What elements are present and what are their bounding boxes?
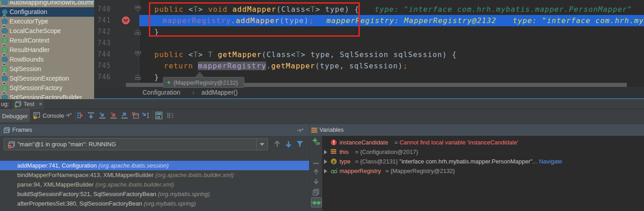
step-over-icon[interactable] <box>87 111 95 120</box>
class-list-item[interactable]: SqlSessionFactory <box>0 83 94 93</box>
step-out-icon[interactable] <box>120 111 129 120</box>
class-list-popup[interactable]: AutoMappingUnknownColumnBehConfiguration… <box>0 0 94 99</box>
drop-frame-icon[interactable] <box>131 111 139 120</box>
expand-arrow-icon[interactable] <box>324 150 327 154</box>
debug-session-tab[interactable]: Test × <box>13 99 44 109</box>
remove-watch-icon[interactable] <box>312 159 320 167</box>
list-item[interactable]: instanceCandidate = Cannot find local va… <box>322 138 644 147</box>
class-list-item[interactable]: RowBounds <box>0 55 94 64</box>
list-item[interactable]: mapperRegistry = {MapperRegistry@2132} <box>322 166 644 176</box>
variable-name[interactable]: mapperRegistry <box>339 166 381 176</box>
variable-name[interactable]: type <box>339 157 351 166</box>
tab-console[interactable]: Console <box>30 109 75 122</box>
breadcrumb-class[interactable]: Configuration <box>143 87 180 98</box>
line-number[interactable]: 744 <box>97 49 115 60</box>
fold-marker-icon[interactable] <box>134 5 141 12</box>
variables-panel-title: Variables <box>320 126 343 133</box>
line-number[interactable]: 741 <box>97 15 115 26</box>
fold-marker-icon[interactable] <box>134 51 141 57</box>
inline-debug-hint: type: "interface com.hrh.mybatis.mapper.… <box>375 4 632 15</box>
breakpoint-hit-icon[interactable] <box>122 16 130 24</box>
frame-down-icon[interactable] <box>285 140 292 148</box>
frame-method[interactable]: buildSqlSessionFactory:521, SqlSessionFa… <box>17 191 158 197</box>
frame-method[interactable]: afterPropertiesSet:380, SqlSessionFactor… <box>17 200 144 207</box>
tab-debugger[interactable]: Debugger <box>0 109 30 122</box>
table-row[interactable]: buildSqlSessionFactory:521, SqlSessionFa… <box>0 189 309 199</box>
move-up-icon[interactable] <box>312 168 320 176</box>
class-list-item-label[interactable]: SqlSessionException <box>10 74 69 83</box>
class-list-item-label[interactable]: Configuration <box>10 7 47 17</box>
expand-arrow-icon[interactable] <box>324 159 327 164</box>
close-icon[interactable]: × <box>39 101 43 107</box>
hide-frames-icon[interactable] <box>297 128 304 133</box>
class-list-item[interactable]: ResultHandler <box>0 45 94 55</box>
class-list-item[interactable]: SqlSessionException <box>0 74 94 83</box>
add-watch-icon[interactable] <box>312 138 320 145</box>
line-number[interactable]: 740 <box>97 4 115 15</box>
jump-to-console-icon[interactable] <box>65 112 72 118</box>
value-tooltip[interactable]: +{MapperRegistry@2132} <box>163 77 244 88</box>
table-row[interactable]: addMapper:741, Configuration (org.apache… <box>0 161 309 170</box>
window-title-fragment: ug: <box>1 101 9 107</box>
class-list-item[interactable]: AutoMappingUnknownColumnBeh <box>0 0 94 7</box>
frame-method[interactable]: parse:94, XMLMapperBuilder <box>17 181 95 188</box>
class-list-item-label[interactable]: RowBounds <box>10 55 44 64</box>
debugger-tab-bar: Debugger Console <box>0 109 644 122</box>
class-list-item[interactable]: ExecutorType <box>0 17 94 26</box>
list-item[interactable]: ptype = {Class@2131} "interface com.hrh.… <box>322 157 644 166</box>
class-list-item[interactable]: SqlSessionFactoryBuilder <box>0 93 94 99</box>
breadcrumb[interactable]: Configuration › addMapper() <box>0 87 644 98</box>
editor-gutter[interactable]: 740741742743744745746 <box>94 0 139 87</box>
class-list-item[interactable]: Configuration <box>0 7 94 17</box>
class-list-item[interactable]: SqlSession <box>0 64 94 74</box>
debug-session-tab-label[interactable]: Test <box>24 101 34 107</box>
frame-method[interactable]: bindMapperForNamespace:413, XMLMapperBui… <box>17 172 155 178</box>
class-list-item-label[interactable]: ExecutorType <box>10 17 48 26</box>
navigate-link[interactable]: Navigate <box>539 158 562 165</box>
class-list-item-label[interactable]: SqlSession <box>10 64 41 74</box>
thread-selector[interactable]: "main"@1 in group "main": RUNNING <box>4 138 268 150</box>
class-list-item[interactable]: LocalCacheScope <box>0 26 94 36</box>
fold-marker-icon[interactable] <box>134 74 141 80</box>
frame-method[interactable]: addMapper:741, Configuration <box>17 162 98 169</box>
class-list-item-label[interactable]: LocalCacheScope <box>10 26 61 36</box>
line-number[interactable]: 743 <box>97 38 115 49</box>
list-item[interactable]: this = {Configuration@2017} <box>322 147 644 157</box>
run-to-cursor-icon[interactable] <box>142 111 150 120</box>
table-row[interactable]: afterPropertiesSet:380, SqlSessionFactor… <box>0 199 309 208</box>
table-row[interactable]: invokeInitMethods:1689, AbstractAutowire… <box>0 208 309 211</box>
table-row[interactable]: parse:94, XMLMapperBuilder (org.apache.i… <box>0 180 309 189</box>
layout-settings-icon[interactable] <box>166 111 174 120</box>
thread-selector-value[interactable]: "main"@1 in group "main": RUNNING <box>18 141 116 148</box>
expand-plus-icon[interactable]: + <box>167 79 171 86</box>
evaluate-expression-icon[interactable] <box>155 111 163 120</box>
step-into-icon[interactable] <box>98 111 106 120</box>
show-watches-toggle-icon[interactable] <box>311 197 322 207</box>
class-list-item-label[interactable]: ResultHandler <box>10 45 50 55</box>
inline-debug-hint: type: "interface com.hrh.my <box>513 15 644 26</box>
variable-name[interactable]: instanceCandidate <box>339 138 388 147</box>
class-list-item[interactable]: ResultContext <box>0 36 94 45</box>
variable-name[interactable]: this <box>339 147 348 157</box>
fold-marker-icon[interactable] <box>134 29 141 35</box>
table-row[interactable]: bindMapperForNamespace:413, XMLMapperBui… <box>0 170 309 180</box>
line-number[interactable]: 746 <box>97 72 115 83</box>
filter-icon[interactable] <box>296 140 304 148</box>
class-list-item-label[interactable]: SqlSessionFactory <box>10 83 62 93</box>
force-step-into-icon[interactable] <box>110 111 118 120</box>
class-list-item-label[interactable]: SqlSessionFactoryBuilder <box>10 93 82 99</box>
line-number[interactable]: 742 <box>97 26 115 38</box>
tab-console-label[interactable]: Console <box>43 109 64 122</box>
move-down-icon[interactable] <box>312 177 320 185</box>
line-number[interactable]: 745 <box>97 60 115 72</box>
code-token: T <box>208 50 218 59</box>
breadcrumb-method[interactable]: addMapper() <box>201 87 238 98</box>
class-list-item-label[interactable]: ResultContext <box>10 36 49 45</box>
show-execution-point-icon[interactable] <box>76 111 84 120</box>
variables-panel[interactable]: instanceCandidate = Cannot find local va… <box>322 136 644 211</box>
duplicate-watch-icon[interactable] <box>312 188 320 196</box>
frame-up-icon[interactable] <box>273 140 281 148</box>
class-list-item-label[interactable]: AutoMappingUnknownColumnBeh <box>10 0 94 7</box>
chevron-down-icon[interactable] <box>256 139 267 150</box>
expand-arrow-icon[interactable] <box>324 169 327 173</box>
